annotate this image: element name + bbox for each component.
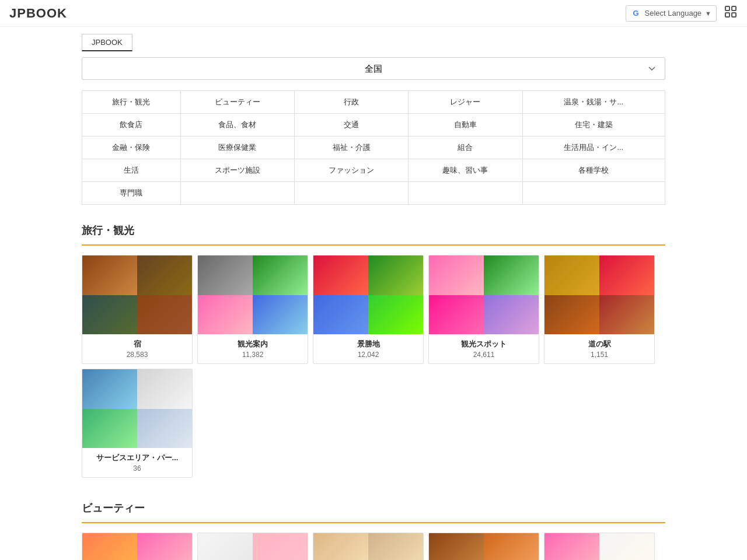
language-label: Select Language bbox=[645, 9, 702, 18]
card-image-quad-3 bbox=[198, 295, 253, 335]
category-cell[interactable]: 生活用品・イン... bbox=[522, 136, 665, 159]
category-cell[interactable]: スポーツ施設 bbox=[180, 159, 294, 182]
header-right: G Select Language ▼ bbox=[626, 5, 738, 22]
category-card[interactable]: 観光スポット24,611 bbox=[428, 255, 539, 364]
card-image-quad-3 bbox=[313, 295, 368, 335]
category-cell[interactable]: 専門職 bbox=[82, 182, 181, 205]
category-card[interactable]: ネイルサロン6,789 bbox=[428, 533, 539, 560]
card-image bbox=[198, 256, 308, 334]
category-table-area: 旅行・観光ビューティー行政レジャー温泉・銭湯・サ...飲食店食品、食材交通自動車… bbox=[0, 86, 747, 214]
svg-rect-0 bbox=[725, 6, 729, 10]
card-count: 11,382 bbox=[203, 351, 303, 359]
category-card[interactable]: 景勝地12,042 bbox=[313, 255, 424, 364]
category-cell[interactable]: 金融・保険 bbox=[82, 136, 181, 159]
grid-view-icon[interactable] bbox=[724, 5, 738, 22]
category-card[interactable]: 道の駅1,151 bbox=[544, 255, 655, 364]
logo[interactable]: JPBOOK bbox=[9, 6, 67, 21]
category-cell[interactable]: 飲食店 bbox=[82, 114, 181, 136]
category-cell[interactable] bbox=[522, 182, 665, 205]
card-info: 道の駅1,151 bbox=[544, 334, 654, 363]
section-divider bbox=[82, 244, 665, 246]
card-image bbox=[313, 256, 423, 334]
card-image-quad-4 bbox=[137, 409, 192, 449]
card-name: 観光案内 bbox=[203, 339, 303, 349]
category-card[interactable]: 観光案内11,382 bbox=[197, 255, 308, 364]
category-card[interactable]: 理容室12,345 bbox=[313, 533, 424, 560]
card-image bbox=[313, 533, 423, 560]
card-name: 観光スポット bbox=[434, 339, 534, 349]
card-count: 1,151 bbox=[549, 351, 650, 359]
svg-rect-2 bbox=[725, 13, 729, 17]
category-cell[interactable]: 組合 bbox=[409, 136, 522, 159]
card-image-quad-2 bbox=[484, 256, 539, 295]
category-cell[interactable]: 生活 bbox=[82, 159, 181, 182]
card-image bbox=[544, 256, 654, 334]
breadcrumb-tab[interactable]: JPBOOK bbox=[82, 34, 132, 51]
category-cell[interactable]: 各種学校 bbox=[522, 159, 665, 182]
svg-rect-3 bbox=[732, 13, 736, 17]
card-name: 道の駅 bbox=[549, 339, 650, 349]
card-image-quad-4 bbox=[368, 295, 423, 335]
card-image-quad-2 bbox=[137, 369, 192, 409]
category-cell[interactable]: ビューティー bbox=[180, 91, 294, 114]
category-card[interactable]: サービスエリア・パー...36 bbox=[82, 369, 193, 478]
card-image bbox=[82, 533, 192, 560]
card-name: 宿 bbox=[87, 339, 187, 349]
category-cell[interactable]: 住宅・建築 bbox=[522, 114, 665, 136]
card-image-quad-1 bbox=[429, 256, 484, 295]
card-image-quad-2 bbox=[599, 256, 654, 295]
card-image-quad-1 bbox=[429, 533, 484, 560]
language-selector[interactable]: G Select Language ▼ bbox=[626, 5, 717, 22]
card-info: 宿28,583 bbox=[82, 334, 192, 363]
category-card[interactable]: エステ8,432 bbox=[197, 533, 308, 560]
category-card[interactable]: マッサージ9,876 bbox=[544, 533, 655, 560]
card-image-quad-2 bbox=[484, 533, 539, 560]
category-cell[interactable]: レジャー bbox=[409, 91, 522, 114]
category-cell[interactable]: 旅行・観光 bbox=[82, 91, 181, 114]
card-info: サービスエリア・パー...36 bbox=[82, 448, 192, 477]
card-grid: 美容院45,231エステ8,432理容室12,345ネイルサロン6,789マッサ… bbox=[82, 533, 665, 560]
category-cell[interactable] bbox=[294, 182, 408, 205]
svg-rect-1 bbox=[732, 6, 736, 10]
category-cell[interactable]: 自動車 bbox=[409, 114, 522, 136]
card-image bbox=[198, 533, 308, 560]
card-info: 観光案内11,382 bbox=[198, 334, 308, 363]
region-select-area: 全国北海道東北関東中部近畿中国四国九州・沖縄 bbox=[0, 51, 747, 86]
card-image-quad-4 bbox=[253, 295, 308, 335]
category-cell[interactable]: ファッション bbox=[294, 159, 408, 182]
card-image-quad-1 bbox=[82, 256, 137, 295]
category-cell[interactable]: 交通 bbox=[294, 114, 408, 136]
section: ビューティー美容院45,231エステ8,432理容室12,345ネイルサロン6,… bbox=[0, 492, 747, 560]
category-card[interactable]: 宿28,583 bbox=[82, 255, 193, 364]
category-card[interactable]: 美容院45,231 bbox=[82, 533, 193, 560]
card-image bbox=[429, 256, 539, 334]
category-cell[interactable]: 行政 bbox=[294, 91, 408, 114]
category-cell[interactable] bbox=[409, 182, 522, 205]
card-image-quad-4 bbox=[599, 295, 654, 335]
category-cell[interactable]: 食品、食材 bbox=[180, 114, 294, 136]
card-image-quad-2 bbox=[137, 533, 192, 560]
card-image bbox=[429, 533, 539, 560]
card-image bbox=[82, 256, 192, 334]
card-image-quad-1 bbox=[313, 256, 368, 295]
card-image-quad-3 bbox=[82, 295, 137, 335]
category-cell[interactable]: 趣味、習い事 bbox=[409, 159, 522, 182]
card-image-quad-1 bbox=[82, 369, 137, 409]
card-grid: 宿28,583観光案内11,382景勝地12,042観光スポット24,611道の… bbox=[82, 255, 665, 478]
card-image-quad-1 bbox=[313, 533, 368, 560]
category-cell[interactable]: 福祉・介護 bbox=[294, 136, 408, 159]
card-image-quad-4 bbox=[137, 295, 192, 335]
breadcrumb-area: JPBOOK bbox=[0, 27, 747, 51]
category-table: 旅行・観光ビューティー行政レジャー温泉・銭湯・サ...飲食店食品、食材交通自動車… bbox=[82, 90, 665, 205]
card-image-quad-2 bbox=[253, 533, 308, 560]
card-name: 景勝地 bbox=[318, 339, 418, 349]
region-select[interactable]: 全国北海道東北関東中部近畿中国四国九州・沖縄 bbox=[82, 57, 665, 80]
section-title: ビューティー bbox=[82, 501, 665, 515]
section: 旅行・観光宿28,583観光案内11,382景勝地12,042観光スポット24,… bbox=[0, 214, 747, 492]
card-image-quad-3 bbox=[544, 295, 599, 335]
category-cell[interactable]: 医療保健業 bbox=[180, 136, 294, 159]
card-count: 24,611 bbox=[434, 351, 534, 359]
category-cell[interactable] bbox=[180, 182, 294, 205]
card-image-quad-3 bbox=[82, 409, 137, 449]
category-cell[interactable]: 温泉・銭湯・サ... bbox=[522, 91, 665, 114]
